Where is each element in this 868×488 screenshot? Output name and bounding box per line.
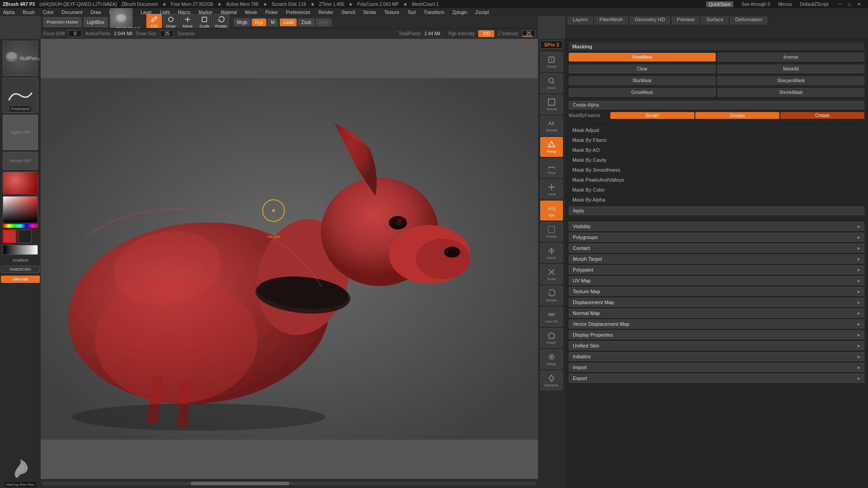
- normal-map-section[interactable]: Normal Map ▶: [569, 309, 864, 318]
- menu-draw[interactable]: Draw: [89, 9, 102, 15]
- rotate-vi-btn[interactable]: Rotate: [540, 286, 563, 305]
- groups-button[interactable]: Groups: [695, 112, 779, 119]
- morph-target-section[interactable]: Morph Target ▶: [569, 254, 864, 263]
- draw-size-value[interactable]: 25: [160, 30, 174, 37]
- contact-section[interactable]: Contact ▶: [569, 244, 864, 253]
- texture-map-section[interactable]: Texture Map ▶: [569, 287, 864, 296]
- polyf-btn[interactable]: PolyF: [540, 328, 563, 348]
- default-script[interactable]: DefaultZScript: [800, 2, 829, 7]
- maximize-btn[interactable]: □: [848, 2, 851, 7]
- menu-alpha[interactable]: Alpha: [2, 9, 16, 15]
- sharpen-mask-button[interactable]: SharpenMask: [717, 76, 864, 85]
- crease-button[interactable]: Crease: [780, 112, 864, 119]
- viewport[interactable]: +MASK: [41, 39, 538, 479]
- scroll-btn[interactable]: Scroll: [540, 52, 563, 72]
- menu-color[interactable]: Color: [42, 9, 55, 15]
- zoom-btn[interactable]: Zoom: [540, 73, 563, 93]
- vector-displacement-section[interactable]: Vector Displacement Map ▶: [569, 319, 864, 328]
- mask-by-fibers-item[interactable]: Mask By Fibers: [569, 136, 864, 144]
- material-thumbnail[interactable]: MatCap Red Wax: [3, 172, 38, 194]
- menu-zscript[interactable]: Zscript: [474, 9, 490, 15]
- focal-shift-value[interactable]: 0: [68, 30, 82, 37]
- minimize-btn[interactable]: ─: [839, 2, 842, 7]
- initialize-section[interactable]: Initialize ▶: [569, 352, 864, 361]
- menu-preferences[interactable]: Preferences: [285, 9, 312, 15]
- mask-adjust-item[interactable]: Mask Adjust: [569, 126, 864, 134]
- floor-btn[interactable]: Floor: [540, 158, 563, 178]
- menu-document[interactable]: Document: [61, 9, 84, 15]
- menus-btn[interactable]: Menus: [778, 2, 792, 7]
- color-picker-square[interactable]: [3, 196, 38, 223]
- viewport-scrollbar[interactable]: [41, 479, 538, 488]
- alpha-thumbnail[interactable]: Alpha OFF: [3, 115, 38, 150]
- rgb-intensity-slider[interactable]: 100: [478, 30, 494, 37]
- texture-thumbnail[interactable]: Texture OFF: [3, 152, 38, 170]
- foreground-color-swatch[interactable]: [3, 230, 16, 243]
- inverse-button[interactable]: Inverse: [717, 53, 864, 61]
- grow-mask-button[interactable]: GrowMask: [569, 88, 716, 97]
- alternate-button[interactable]: Alternate: [1, 276, 40, 283]
- zdot-button[interactable]: Zdot: [316, 19, 331, 26]
- mask-by-ao-item[interactable]: Mask By AO: [569, 146, 864, 154]
- spix-display[interactable]: SPix 3: [540, 41, 563, 49]
- m-button[interactable]: M: [268, 19, 278, 26]
- setup-btn[interactable]: Setup: [540, 349, 563, 369]
- local-btn[interactable]: Local: [540, 179, 563, 199]
- scroll-thumb[interactable]: [191, 482, 289, 485]
- move-vi-btn[interactable]: Move: [540, 243, 563, 263]
- rgb-button[interactable]: Rgb: [252, 19, 266, 26]
- menu-picker[interactable]: Picker: [264, 9, 279, 15]
- polypaint-section[interactable]: Polypaint ▶: [569, 265, 864, 274]
- import-section[interactable]: Import ▶: [569, 363, 864, 372]
- actual-btn[interactable]: Actual: [540, 94, 563, 114]
- uv-map-section[interactable]: UV Map ▶: [569, 276, 864, 285]
- export-section[interactable]: Export ▶: [569, 374, 864, 383]
- blur-mask-button[interactable]: BlurMask: [569, 76, 716, 85]
- zsub-button[interactable]: Zsub: [298, 19, 314, 26]
- gradient-display[interactable]: [3, 245, 38, 255]
- lightbox-button[interactable]: LightBox: [84, 17, 108, 27]
- view-mask-button[interactable]: ViewMask: [569, 53, 716, 61]
- display-properties-section[interactable]: Display Properties ▶: [569, 330, 864, 339]
- menu-stroke[interactable]: Stroke: [362, 9, 377, 15]
- mask-by-cavity-item[interactable]: Mask By Cavity: [569, 156, 864, 164]
- menu-texture[interactable]: Texture: [383, 9, 401, 15]
- menu-brush[interactable]: Brush: [22, 9, 36, 15]
- dynamic-vi-btn[interactable]: Dynamic: [540, 371, 563, 390]
- stroke-thumbnail[interactable]: FreeHand: [3, 78, 38, 113]
- shrink-mask-button[interactable]: ShrinkMask: [717, 88, 864, 97]
- persp-btn[interactable]: Persp: [540, 137, 563, 157]
- menu-tool[interactable]: Tool: [406, 9, 417, 15]
- quicksave-button[interactable]: QuickSave: [706, 1, 733, 7]
- xyz-btn[interactable]: XYZ Xyz: [540, 201, 563, 221]
- create-alpha-button[interactable]: Create Alpha: [569, 101, 864, 109]
- unified-skin-section[interactable]: Unified Skin ▶: [569, 341, 864, 350]
- color-hue-bar[interactable]: [3, 224, 38, 228]
- close-btn[interactable]: ✕: [857, 2, 861, 7]
- clear-button[interactable]: Clear: [569, 65, 716, 73]
- switch-color-button[interactable]: SwitchColor: [1, 266, 40, 273]
- scroll-track[interactable]: [42, 482, 536, 485]
- mask-by-smoothness-item[interactable]: Mask By Smoothness: [569, 166, 864, 174]
- scale-vi-btn[interactable]: Scale: [540, 264, 563, 284]
- mask-by-alpha-item[interactable]: Mask By Alpha: [569, 196, 864, 204]
- mask-by-color-item[interactable]: Mask By Color: [569, 186, 864, 194]
- mask-all-button[interactable]: MaskAll: [717, 65, 864, 73]
- mrgb-button[interactable]: Mrgb: [234, 19, 250, 26]
- polygroups-section[interactable]: Polygroups ▶: [569, 233, 864, 242]
- brush-thumbnail[interactable]: NullPen: [3, 41, 38, 76]
- menu-movie[interactable]: Movie: [244, 9, 259, 15]
- border-button[interactable]: Border: [610, 112, 694, 119]
- menu-render[interactable]: Render: [317, 9, 335, 15]
- menu-stencil[interactable]: Stencil: [340, 9, 356, 15]
- background-color-swatch[interactable]: [18, 230, 32, 243]
- aahalf-btn[interactable]: AA AAHalf: [540, 116, 563, 136]
- menu-transform[interactable]: Transform: [422, 9, 445, 15]
- linefill-btn[interactable]: Line Fill: [540, 307, 563, 327]
- z-intensity-slider[interactable]: 25: [522, 30, 535, 37]
- zadd-button[interactable]: Zadd: [280, 19, 297, 26]
- projection-master-button[interactable]: Projection Master: [43, 17, 81, 27]
- frame-btn[interactable]: Frame: [540, 222, 563, 242]
- displacement-map-section[interactable]: Displacement Map ▶: [569, 298, 864, 307]
- apply-button[interactable]: Apply: [569, 206, 864, 215]
